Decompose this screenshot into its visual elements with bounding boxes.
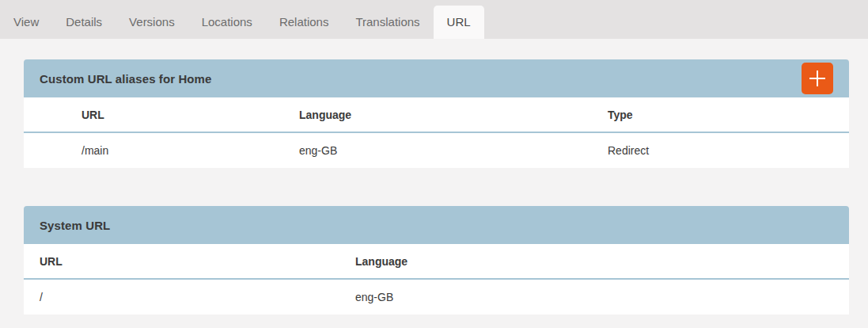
custom-alias-row: /main eng-GB Redirect bbox=[24, 132, 849, 168]
custom-url-aliases-header: Custom URL aliases for Home bbox=[24, 59, 849, 97]
column-header-type: Type bbox=[608, 97, 849, 132]
tab-locations[interactable]: Locations bbox=[188, 6, 266, 39]
tab-view[interactable]: View bbox=[0, 6, 52, 39]
custom-aliases-header-row: URL Language Type bbox=[24, 97, 849, 132]
tab-url[interactable]: URL bbox=[434, 6, 484, 39]
tab-versions[interactable]: Versions bbox=[116, 6, 188, 39]
url-cell: / bbox=[24, 279, 355, 315]
checkbox-cell bbox=[24, 132, 81, 168]
custom-url-aliases-panel: Custom URL aliases for Home URL Language bbox=[24, 59, 849, 168]
add-url-alias-button[interactable] bbox=[802, 63, 833, 94]
tab-relations[interactable]: Relations bbox=[266, 6, 343, 39]
language-cell: eng-GB bbox=[355, 279, 849, 315]
custom-aliases-table: URL Language Type /main eng-GB Redirect bbox=[24, 97, 849, 168]
column-header-language: Language bbox=[299, 97, 608, 132]
column-header-url: URL bbox=[81, 97, 299, 132]
url-cell: /main bbox=[81, 132, 299, 168]
system-url-table: URL Language / eng-GB bbox=[24, 244, 849, 315]
system-url-header-row: URL Language bbox=[24, 244, 849, 279]
panel-title: Custom URL aliases for Home bbox=[40, 72, 211, 86]
column-header-language: Language bbox=[355, 244, 849, 279]
tab-details[interactable]: Details bbox=[52, 6, 116, 39]
system-url-panel: System URL URL Language / eng-GB bbox=[24, 206, 849, 315]
language-cell: eng-GB bbox=[299, 132, 608, 168]
checkbox-column-header bbox=[24, 97, 81, 132]
tab-translations[interactable]: Translations bbox=[342, 6, 433, 39]
type-cell: Redirect bbox=[608, 132, 849, 168]
plus-icon bbox=[808, 69, 827, 88]
url-tab-content: Custom URL aliases for Home URL Language bbox=[0, 39, 868, 315]
column-header-url: URL bbox=[24, 244, 355, 279]
system-url-header: System URL bbox=[24, 206, 849, 244]
system-url-row: / eng-GB bbox=[24, 279, 849, 315]
content-tab-bar: View Details Versions Locations Relation… bbox=[0, 0, 868, 39]
panel-title: System URL bbox=[40, 219, 110, 232]
